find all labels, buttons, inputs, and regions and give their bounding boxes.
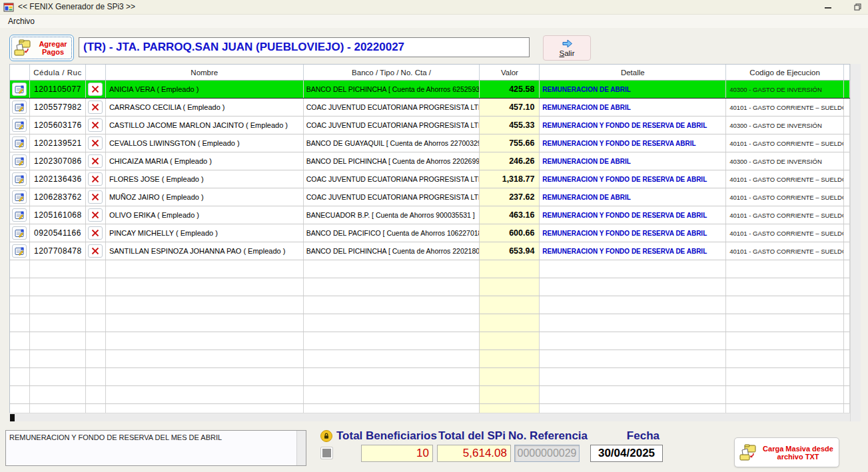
edit-row-button[interactable] (12, 136, 27, 150)
edit-row-button[interactable] (12, 208, 27, 222)
valor-cell: 457.10 (480, 99, 540, 116)
stub-cell (844, 81, 850, 98)
edit-cell (10, 242, 30, 260)
codigo-cell: 40101 - GASTO CORRIENTE – SUELDOS (726, 206, 844, 224)
header-banco: Banco / Tipo / No. Cta / (304, 65, 480, 80)
bulk-load-folders-icon (738, 443, 758, 462)
edit-row-button[interactable] (12, 101, 27, 114)
edit-row-button[interactable] (12, 226, 27, 240)
edit-row-button[interactable] (12, 244, 27, 258)
total-beneficiarios-label: Total Beneficiarios (336, 429, 433, 443)
codigo-cell: 40300 - GASTO DE INVERSIÓN (726, 152, 844, 170)
banco-cell: BANECUADOR B.P. [ Cuenta de Ahorros 9000… (304, 206, 480, 224)
banco-cell: BANCO DEL PACIFICO [ Cuenta de Ahorros 1… (304, 224, 480, 242)
table-row[interactable]: 1202307086 CHICAIZA MARIA ( Empleado ) B… (10, 152, 850, 170)
minimize-icon[interactable] (818, 0, 838, 14)
table-body: 1201105077 ANICIA VERA ( Empleado ) BANC… (10, 81, 850, 413)
batch-title-input[interactable] (79, 37, 530, 57)
banco-cell: COAC JUVENTUD ECUATORIANA PROGRESISTA LT… (304, 170, 480, 188)
restore-icon[interactable] (847, 0, 867, 14)
edit-row-button[interactable] (12, 172, 27, 186)
delete-cell (86, 99, 106, 116)
edit-row-button[interactable] (12, 190, 27, 204)
fecha-label: Fecha (586, 429, 659, 443)
delete-row-button[interactable] (88, 154, 103, 168)
valor-cell: 425.58 (480, 81, 540, 98)
table-row[interactable]: 1207708478 SANTILLAN ESPINOZA JOHANNA PA… (10, 242, 850, 260)
salir-label: Salir (559, 49, 574, 57)
table-row[interactable]: 0920541166 PINCAY MICHELLY ( Empleado ) … (10, 224, 850, 242)
delete-row-button[interactable] (88, 136, 103, 150)
edit-cell (10, 117, 30, 134)
valor-cell: 653.94 (480, 242, 540, 260)
table-row[interactable]: 1205161068 OLIVO ERIKA ( Empleado ) BANE… (10, 206, 850, 224)
delete-row-button[interactable] (88, 118, 103, 132)
table-row[interactable]: 1202139521 CEVALLOS LIWINSGTON ( Emplead… (10, 134, 850, 152)
banco-cell: BANCO DE GUAYAQUIL [ Cuenta de Ahorros 2… (304, 134, 480, 152)
detalle-cell: REMUNERACION Y FONDO DE RESERVA ABRIL (540, 134, 726, 152)
edit-cell (10, 170, 30, 188)
stub-cell (844, 206, 850, 224)
nombre-cell: FLORES JOSE ( Empleado ) (106, 170, 304, 188)
nombre-cell: CHICAIZA MARIA ( Empleado ) (106, 152, 304, 170)
stub-cell (844, 117, 850, 134)
delete-row-button[interactable] (88, 244, 103, 258)
horizontal-scrollbar-thumb[interactable] (10, 414, 15, 421)
table-row[interactable]: 1205577982 CARRASCO CECILIA ( Empleado )… (10, 99, 850, 117)
edit-row-button[interactable] (12, 83, 27, 96)
delete-row-button[interactable] (88, 226, 103, 240)
banco-cell: BANCO DEL PICHINCHA [ Cuenta de Ahorros … (304, 152, 480, 170)
stub-cell (844, 170, 850, 188)
empty-table-row (10, 314, 850, 332)
delete-row-button[interactable] (88, 190, 103, 204)
header-stub (844, 65, 850, 80)
carga-masiva-label: Carga Masiva desde archivo TXT (761, 445, 835, 461)
empty-table-row (10, 368, 850, 386)
table-row[interactable]: 1202136436 FLORES JOSE ( Empleado ) COAC… (10, 170, 850, 188)
toolbar: Agregar Pagos Salir (0, 28, 868, 64)
salir-button[interactable]: Salir (543, 35, 591, 61)
agregar-pagos-button[interactable]: Agregar Pagos (9, 35, 74, 61)
header-nombre: Nombre (106, 65, 304, 80)
banco-cell: COAC JUVENTUD ECUATORIANA PROGRESISTA LT… (304, 117, 480, 134)
edit-row-button[interactable] (12, 118, 27, 132)
app-window: << FENIX Generador de SPi3 >> Archivo (0, 0, 868, 472)
delete-cell (86, 188, 106, 206)
cedula-cell: 1205161068 (30, 206, 86, 224)
valor-cell: 755.66 (480, 134, 540, 152)
delete-row-button[interactable] (88, 172, 103, 186)
table-row[interactable]: 1201105077 ANICIA VERA ( Empleado ) BANC… (10, 81, 850, 99)
stub-cell (844, 242, 850, 260)
horizontal-scrollbar[interactable] (9, 413, 850, 421)
vertical-scrollbar[interactable] (850, 64, 861, 421)
detalle-cell: REMUNERACION DE ABRIL (540, 99, 726, 116)
empty-table-row (10, 386, 850, 404)
fecha-field[interactable]: 30/04/2025 (590, 445, 663, 462)
detail-memo[interactable]: REMUNERACION Y FONDO DE RESERVA DEL MES … (5, 430, 306, 466)
table-row[interactable]: 1206283762 MUÑOZ JAIRO ( Empleado ) COAC… (10, 188, 850, 206)
stub-cell (844, 224, 850, 242)
gray-toggle-button[interactable] (320, 447, 333, 459)
memo-scrollbar[interactable] (296, 431, 306, 465)
codigo-cell: 40300 - GASTO DE INVERSIÓN (726, 117, 844, 134)
stub-cell (844, 99, 850, 116)
cedula-cell: 0920541166 (30, 224, 86, 242)
edit-row-button[interactable] (12, 154, 27, 168)
stub-cell (844, 152, 850, 170)
delete-row-button[interactable] (88, 83, 103, 96)
table-row[interactable]: 1205603176 CASTILLO JACOME MARLON JACINT… (10, 117, 850, 134)
menu-archivo[interactable]: Archivo (5, 16, 37, 27)
delete-row-button[interactable] (88, 101, 103, 114)
header-cedula: Cédula / Ruc (30, 65, 86, 80)
delete-cell (86, 134, 106, 152)
header-delete (86, 65, 106, 80)
add-payments-folders-icon (13, 39, 33, 57)
exit-arrow-icon (562, 39, 573, 49)
valor-cell: 237.62 (480, 188, 540, 206)
delete-cell (86, 206, 106, 224)
lock-icon (320, 430, 332, 442)
carga-masiva-button[interactable]: Carga Masiva desde archivo TXT (734, 437, 839, 467)
delete-row-button[interactable] (88, 208, 103, 222)
total-beneficiarios-field: 10 (361, 445, 433, 462)
cedula-cell: 1202136436 (30, 170, 86, 188)
